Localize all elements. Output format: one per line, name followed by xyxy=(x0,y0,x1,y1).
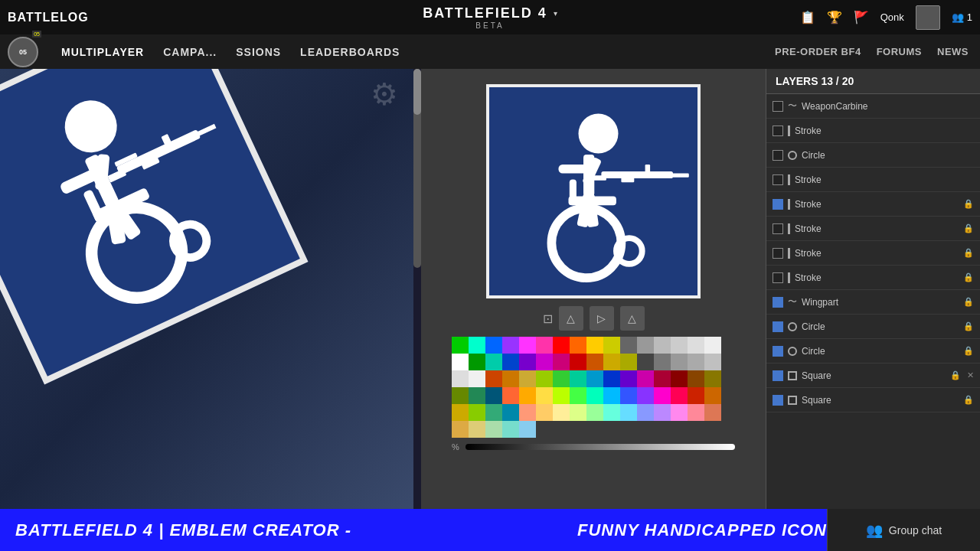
nav-campaign[interactable]: CAMPA... xyxy=(163,46,217,58)
layer-checkbox[interactable] xyxy=(773,248,783,259)
color-cell[interactable] xyxy=(603,404,620,421)
color-cell[interactable] xyxy=(536,354,553,370)
color-cell[interactable] xyxy=(519,370,536,387)
layer-item[interactable]: Circle🔒 xyxy=(766,315,980,339)
color-cell[interactable] xyxy=(570,387,586,404)
color-cell[interactable] xyxy=(637,387,654,404)
color-cell[interactable] xyxy=(519,354,536,370)
layer-checkbox[interactable] xyxy=(773,101,783,112)
canvas-preview[interactable] xyxy=(486,84,701,298)
color-cell[interactable] xyxy=(452,354,469,370)
canvas-flip-v-btn[interactable]: ▷ xyxy=(590,306,614,331)
color-cell[interactable] xyxy=(704,370,721,387)
color-cell[interactable] xyxy=(704,337,721,354)
layer-checkbox[interactable] xyxy=(773,321,783,332)
color-cell[interactable] xyxy=(654,354,671,370)
color-cell[interactable] xyxy=(586,370,603,387)
color-cell[interactable] xyxy=(671,337,688,354)
trophy-icon[interactable]: 🏆 xyxy=(827,10,842,24)
color-cell[interactable] xyxy=(469,404,485,421)
color-cell[interactable] xyxy=(688,354,704,370)
color-cell[interactable] xyxy=(502,354,519,370)
nav-missions[interactable]: SSIONS xyxy=(236,46,281,58)
canvas-flip-h-btn[interactable]: △ xyxy=(559,306,583,331)
user-avatar-small[interactable] xyxy=(916,5,940,30)
color-cell[interactable] xyxy=(469,354,485,370)
layer-item[interactable]: Stroke🔒 xyxy=(766,192,980,217)
dropdown-arrow[interactable]: ▾ xyxy=(554,9,557,18)
color-cell[interactable] xyxy=(485,421,502,438)
color-cell[interactable] xyxy=(654,404,671,421)
layer-item[interactable]: Circle xyxy=(766,143,980,168)
color-cell[interactable] xyxy=(553,354,570,370)
layer-item[interactable]: Stroke🔒 xyxy=(766,266,980,290)
layer-checkbox[interactable] xyxy=(773,174,783,185)
color-cell[interactable] xyxy=(452,337,469,354)
color-cell[interactable] xyxy=(502,387,519,404)
color-cell[interactable] xyxy=(469,337,485,354)
color-cell[interactable] xyxy=(570,354,586,370)
color-cell[interactable] xyxy=(502,404,519,421)
color-cell[interactable] xyxy=(553,370,570,387)
layer-checkbox[interactable] xyxy=(773,395,783,406)
color-cell[interactable] xyxy=(620,354,637,370)
color-cell[interactable] xyxy=(519,421,536,438)
layer-item[interactable]: Stroke🔒 xyxy=(766,217,980,241)
color-cell[interactable] xyxy=(586,354,603,370)
color-cell[interactable] xyxy=(620,370,637,387)
nav-leaderboards[interactable]: LEADERBOARDS xyxy=(300,46,400,58)
color-cell[interactable] xyxy=(469,387,485,404)
color-cell[interactable] xyxy=(637,337,654,354)
layer-checkbox[interactable] xyxy=(773,297,783,308)
nav-friends[interactable]: 👥 1 xyxy=(952,11,972,23)
color-cell[interactable] xyxy=(671,354,688,370)
color-cell[interactable] xyxy=(671,387,688,404)
color-cell[interactable] xyxy=(452,387,469,404)
color-cell[interactable] xyxy=(502,370,519,387)
color-cell[interactable] xyxy=(671,404,688,421)
color-cell[interactable] xyxy=(553,404,570,421)
color-cell[interactable] xyxy=(485,337,502,354)
layer-delete-icon[interactable]: ✕ xyxy=(967,370,974,380)
color-cell[interactable] xyxy=(704,404,721,421)
layer-item[interactable]: Square🔒 xyxy=(766,388,980,412)
color-cell[interactable] xyxy=(553,337,570,354)
color-cell[interactable] xyxy=(452,404,469,421)
color-cell[interactable] xyxy=(536,370,553,387)
color-cell[interactable] xyxy=(502,421,519,438)
color-cell[interactable] xyxy=(485,387,502,404)
color-cell[interactable] xyxy=(637,354,654,370)
layer-checkbox[interactable] xyxy=(773,223,783,234)
scroll-bar[interactable] xyxy=(413,69,421,268)
nav-forums[interactable]: FORUMS xyxy=(877,46,922,57)
color-cell[interactable] xyxy=(519,387,536,404)
color-cell[interactable] xyxy=(688,387,704,404)
canvas-rotate-btn[interactable]: △ xyxy=(620,306,645,331)
layer-item[interactable]: Stroke🔒 xyxy=(766,241,980,266)
color-cell[interactable] xyxy=(620,387,637,404)
color-cell[interactable] xyxy=(620,404,637,421)
color-cell[interactable] xyxy=(654,387,671,404)
color-cell[interactable] xyxy=(688,370,704,387)
color-cell[interactable] xyxy=(502,337,519,354)
color-cell[interactable] xyxy=(603,337,620,354)
color-cell[interactable] xyxy=(603,354,620,370)
nav-preorder[interactable]: PRE-ORDER BF4 xyxy=(775,46,861,57)
canvas-crop-icon[interactable]: ⊡ xyxy=(543,311,553,326)
color-cell[interactable] xyxy=(637,404,654,421)
layer-item[interactable]: Square🔒✕ xyxy=(766,364,980,388)
nav-news[interactable]: NEWS xyxy=(937,46,969,57)
layer-item[interactable]: 〜WeaponCarbine xyxy=(766,94,980,119)
color-cell[interactable] xyxy=(620,337,637,354)
opacity-slider[interactable] xyxy=(466,444,735,450)
color-cell[interactable] xyxy=(519,337,536,354)
color-cell[interactable] xyxy=(671,370,688,387)
color-cell[interactable] xyxy=(570,337,586,354)
color-cell[interactable] xyxy=(536,387,553,404)
color-cell[interactable] xyxy=(570,404,586,421)
color-cell[interactable] xyxy=(654,370,671,387)
user-avatar[interactable]: 05 05 xyxy=(8,37,38,67)
color-cell[interactable] xyxy=(586,404,603,421)
layer-checkbox[interactable] xyxy=(773,199,783,210)
color-cell[interactable] xyxy=(485,354,502,370)
